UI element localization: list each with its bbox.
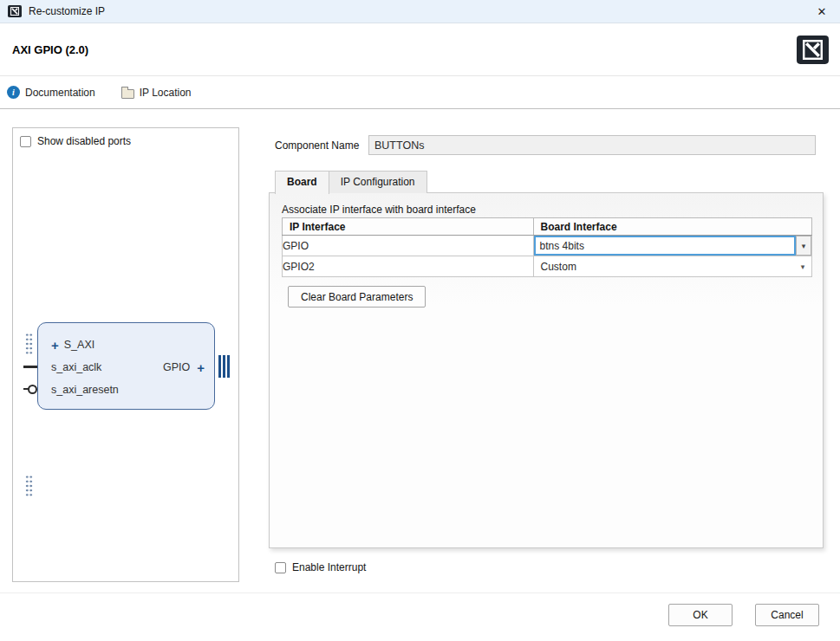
clear-board-parameters-button[interactable]: Clear Board Parameters: [288, 286, 426, 308]
ip-block[interactable]: + S_AXI s_axi_aclk s_axi_aresetn GPIO +: [37, 322, 215, 410]
show-disabled-ports-label: Show disabled ports: [37, 135, 131, 147]
cell-ip-gpio2: GPIO2: [283, 256, 534, 277]
port-gpio-label: GPIO: [163, 361, 190, 373]
checkbox-box: [20, 136, 31, 147]
ip-location-label: IP Location: [140, 87, 192, 99]
page-title: AXI GPIO (2.0): [12, 43, 88, 56]
board-tab-panel: Associate IP interface with board interf…: [269, 192, 824, 548]
cancel-button[interactable]: Cancel: [755, 604, 819, 626]
component-name-label: Component Name: [275, 139, 359, 152]
titlebar: Re-customize IP ✕: [0, 0, 840, 23]
cell-ip-gpio: GPIO: [283, 236, 534, 256]
ip-location-button[interactable]: IP Location: [121, 86, 192, 99]
aclk-pin-icon: [23, 366, 37, 368]
documentation-button[interactable]: i Documentation: [7, 86, 95, 99]
checkbox-box: [275, 562, 286, 573]
show-disabled-ports-checkbox[interactable]: Show disabled ports: [20, 135, 131, 147]
s-axi-expand-icon[interactable]: +: [51, 339, 59, 352]
gpio-board-value: btns 4bits: [534, 236, 796, 256]
grip-dots-icon: [25, 475, 33, 497]
window-title: Re-customize IP: [29, 5, 105, 17]
cell-board-gpio: btns 4bits ▾: [533, 236, 811, 256]
xilinx-app-icon: [8, 4, 22, 18]
cell-board-gpio2: Custom ▾: [533, 256, 811, 277]
folder-icon: [121, 89, 134, 99]
enable-interrupt-checkbox[interactable]: Enable Interrupt: [275, 561, 366, 573]
header-board-interface: Board Interface: [533, 218, 811, 236]
table-row: GPIO2 Custom ▾: [283, 256, 812, 277]
gpio-board-dropdown[interactable]: btns 4bits ▾: [534, 236, 811, 256]
block-diagram-panel: Show disabled ports + S_AXI s_axi_aclk s…: [12, 127, 239, 582]
component-name-input[interactable]: [368, 135, 816, 155]
port-s-axi: + S_AXI: [38, 333, 214, 356]
port-aclk-label: s_axi_aclk: [51, 361, 101, 373]
ok-button[interactable]: OK: [668, 604, 733, 626]
gpio-bus-icon: [218, 355, 230, 378]
port-aresetn-label: s_axi_aresetn: [51, 384, 119, 396]
gpio2-board-value: Custom: [541, 261, 796, 273]
close-icon[interactable]: ✕: [811, 2, 832, 21]
tab-ip-configuration[interactable]: IP Configuration: [329, 171, 427, 193]
info-icon: i: [7, 86, 20, 99]
gpio-expand-icon[interactable]: +: [197, 361, 205, 374]
gpio2-board-dropdown[interactable]: Custom ▾: [534, 256, 811, 276]
chevron-down-icon[interactable]: ▾: [796, 236, 811, 256]
port-gpio: GPIO +: [163, 356, 205, 379]
table-row: GPIO btns 4bits ▾: [283, 236, 812, 256]
aresetn-activelow-icon: [28, 385, 37, 394]
header-ip-interface: IP Interface: [283, 218, 534, 236]
tab-container: Board IP Configuration Associate IP inte…: [269, 170, 824, 548]
chevron-down-icon: ▾: [796, 262, 810, 271]
port-s-axi-aresetn: s_axi_aresetn: [38, 379, 214, 401]
table-header-row: IP Interface Board Interface: [283, 218, 812, 236]
board-interface-table: IP Interface Board Interface GPIO btns 4…: [282, 217, 812, 277]
footer-separator: [0, 592, 840, 593]
documentation-label: Documentation: [25, 87, 95, 99]
xilinx-logo: [797, 36, 829, 64]
tab-board[interactable]: Board: [275, 171, 329, 194]
recustomize-ip-window: Re-customize IP ✕ AXI GPIO (2.0) i Docum…: [0, 0, 840, 641]
grip-dots-icon: [25, 333, 33, 355]
enable-interrupt-label: Enable Interrupt: [292, 561, 366, 573]
tab-strip: Board IP Configuration: [269, 170, 824, 193]
associate-text: Associate IP interface with board interf…: [282, 204, 476, 216]
toolbar: i Documentation IP Location: [0, 76, 840, 109]
port-s-axi-label: S_AXI: [64, 339, 94, 351]
